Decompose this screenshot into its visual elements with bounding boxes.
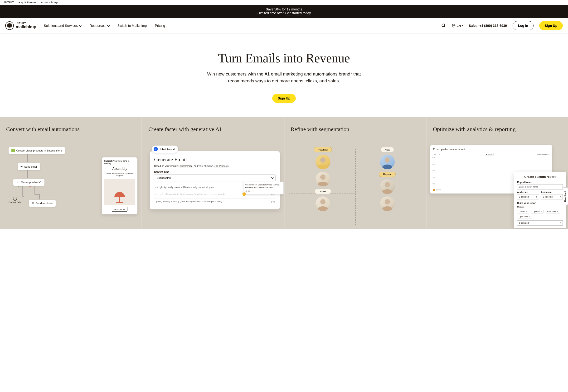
close-icon: ✕ bbox=[526, 210, 528, 213]
feature-title: Optimize with analytics & reporting bbox=[433, 126, 562, 140]
metric-chip: Open Rate✕ bbox=[517, 215, 532, 218]
segmentation-illustration: Potential Lapsed New Repeat bbox=[291, 147, 420, 225]
chart-y-ticks: 50K40K30K20K10K bbox=[433, 157, 435, 184]
feature-title: Refine with segmentation bbox=[291, 126, 420, 140]
card-title: Generate Email bbox=[154, 156, 275, 163]
promo-line-2-prefix: - limited time offer. bbox=[257, 11, 285, 15]
fill-toggle: ◐ Fill co bbox=[485, 153, 493, 156]
report-title: Email performance report bbox=[433, 147, 550, 151]
metrics-label: Metrics bbox=[517, 206, 563, 208]
metric-chips: Clicked✕ Opened✕ Click Rate✕ Open Rate✕ bbox=[517, 209, 563, 219]
mailchimp-logo-icon bbox=[5, 21, 14, 30]
email-brand: Assembly bbox=[104, 167, 135, 171]
feature-generative-ai[interactable]: Create faster with generative AI ✦Intuit… bbox=[142, 117, 284, 229]
content-type-label: Content Type bbox=[154, 171, 275, 173]
shopify-icon bbox=[11, 149, 15, 152]
automation-flow-illustration: Contact views products in Shopify store … bbox=[6, 147, 135, 225]
feature-automations[interactable]: Convert with email automations Contact v… bbox=[0, 117, 141, 229]
close-icon: ✕ bbox=[529, 216, 531, 218]
nav-resources[interactable]: Resources bbox=[90, 24, 109, 28]
card-description: Based on your industry, eCommerce, and y… bbox=[154, 165, 275, 168]
nav-pricing[interactable]: Pricing bbox=[155, 24, 165, 28]
chevron-down-icon bbox=[79, 24, 82, 27]
content-type-select: Subheading bbox=[154, 174, 275, 182]
hero-subtitle: Win new customers with the #1 email mark… bbox=[194, 71, 374, 84]
product-image bbox=[104, 179, 135, 205]
promo-line-1: Save 50% for 12 months bbox=[0, 7, 568, 11]
audience-label: Audience bbox=[517, 191, 539, 194]
close-icon: ✕ bbox=[557, 210, 558, 213]
nav-switch[interactable]: Switch to Mailchimp bbox=[118, 24, 147, 28]
flow-branch-labels: YesNo bbox=[18, 185, 31, 188]
mail-icon: ✉ bbox=[20, 165, 23, 168]
chevron-down-icon: ▾ bbox=[560, 222, 561, 224]
quickbooks-link[interactable]: ● quickbooks bbox=[18, 1, 37, 4]
shop-now-button: SHOP NOW bbox=[112, 207, 127, 211]
close-icon: ✕ bbox=[540, 210, 542, 213]
mailchimp-logo[interactable]: INTUIT mailchimp bbox=[5, 21, 36, 30]
features-grid: Convert with email automations Contact v… bbox=[0, 117, 568, 229]
flow-node-send-reminder: ✉Send reminder bbox=[29, 200, 56, 207]
seg-pill-repeat: Repeat bbox=[379, 172, 395, 177]
quickbooks-label: quickbooks bbox=[21, 1, 37, 4]
hero-signup-button[interactable]: Sign Up bbox=[272, 94, 296, 103]
check-circle-icon bbox=[13, 197, 17, 201]
hero-title: Turn Emails into Revenue bbox=[10, 51, 558, 66]
chevron-down-icon bbox=[107, 24, 110, 27]
metric-chip: Clicked✕ bbox=[517, 210, 529, 213]
audience-select: 2 selected▾ bbox=[517, 194, 539, 199]
sparkle-icon: ✦ bbox=[154, 147, 158, 151]
avatar bbox=[380, 179, 395, 194]
seg-col-left: Potential Lapsed bbox=[291, 147, 355, 225]
logo-bottom-text: mailchimp bbox=[16, 25, 36, 29]
branch-icon: ⎇ bbox=[16, 181, 19, 184]
chevron-down-icon: ▾ bbox=[536, 196, 537, 198]
intuit-logo[interactable]: INTUIT bbox=[4, 1, 14, 4]
avatar bbox=[380, 196, 395, 211]
seg-pill-potential: Potential bbox=[314, 147, 332, 152]
seg-pill-lapsed: Lapsed bbox=[314, 189, 331, 194]
feedback-tab[interactable]: Feedback bbox=[563, 187, 568, 205]
flow-node-exit: Contact Exits bbox=[9, 197, 21, 203]
intuit-brand-bar: INTUIT ● quickbooks ● mailchimp bbox=[0, 0, 568, 5]
promo-cta-link[interactable]: Get started today bbox=[285, 11, 311, 15]
nav-links: Solutions and Services Resources Switch … bbox=[44, 24, 165, 28]
flow-node-trigger: Contact views products in Shopify store bbox=[9, 147, 65, 154]
sales-phone[interactable]: Sales: +1 (800) 315-5939 bbox=[469, 24, 507, 28]
avatar bbox=[315, 196, 330, 211]
email-message: You've qualified to join our loyalty pro… bbox=[104, 172, 135, 177]
avatar bbox=[315, 154, 330, 169]
generated-option-3: Lighting the way to feeling good. Treat … bbox=[154, 198, 275, 206]
nav-right: EN ▾ Sales: +1 (800) 315-5939 Log In Sig… bbox=[441, 21, 563, 30]
svg-point-0 bbox=[442, 24, 445, 27]
custom-report-card: Create custom report Report Name Audienc… bbox=[514, 172, 566, 228]
chart-type-icon: ▥ bbox=[433, 153, 437, 156]
custom-report-title: Create custom report bbox=[517, 175, 563, 179]
analytics-illustration: Email performance report ▥≡ ◐ Fill co Me… bbox=[433, 147, 562, 225]
report-name-input bbox=[517, 184, 563, 189]
language-selector[interactable]: EN ▾ bbox=[452, 24, 463, 28]
login-button[interactable]: Log In bbox=[513, 21, 534, 30]
globe-icon bbox=[452, 24, 456, 28]
cursor-icon: ✊ bbox=[242, 192, 246, 196]
report-toolbar: ▥≡ ◐ Fill co Metric Clicked ▾ bbox=[433, 153, 550, 156]
metric-chip: Opened✕ bbox=[531, 210, 544, 213]
chevron-down-icon bbox=[271, 176, 273, 179]
search-icon[interactable] bbox=[441, 23, 446, 28]
flow-node-send-email: ✉Send email bbox=[18, 163, 40, 170]
mailchimp-link[interactable]: ● mailchimp bbox=[41, 1, 58, 4]
subject-label: Subject: bbox=[104, 160, 113, 162]
feature-segmentation[interactable]: Refine with segmentation Potential Lapse… bbox=[284, 117, 426, 229]
build-label: Build your report bbox=[517, 202, 563, 204]
promo-banner: Save 50% for 12 months - limited time of… bbox=[0, 5, 568, 18]
generate-email-card: Generate Email Based on your industry, e… bbox=[150, 151, 280, 210]
tooltip-preview: You can't hold a candle to these savings… bbox=[243, 182, 284, 195]
nav-solutions[interactable]: Solutions and Services bbox=[44, 24, 81, 28]
flow-node-condition: ⎇Makes purchase? bbox=[13, 179, 45, 186]
signup-button[interactable]: Sign Up bbox=[539, 21, 563, 30]
generative-ai-illustration: ✦Intuit Assist Generate Email Based on y… bbox=[148, 147, 277, 225]
intuit-assist-badge: ✦Intuit Assist bbox=[152, 146, 178, 153]
feature-analytics[interactable]: Optimize with analytics & reporting Emai… bbox=[427, 117, 568, 229]
seg-pill-new: New bbox=[381, 147, 394, 152]
chart-type-icon: ≡ bbox=[438, 153, 441, 156]
